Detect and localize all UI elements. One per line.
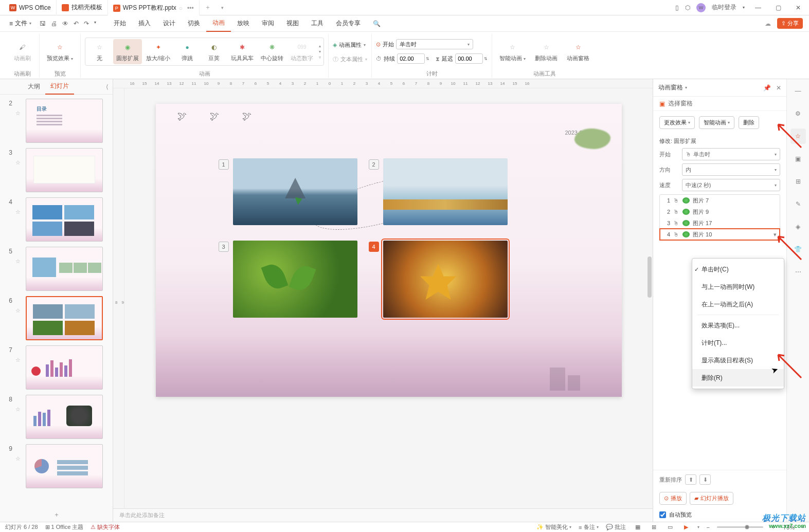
file-menu-button[interactable]: ≡ 文件 ▾ bbox=[6, 19, 34, 28]
tool-star-icon[interactable]: ☆ bbox=[790, 129, 806, 144]
view-normal-icon[interactable]: ▦ bbox=[633, 524, 642, 530]
slide-thumb[interactable]: 8☆ bbox=[3, 395, 110, 439]
save-icon[interactable]: 🖫 bbox=[40, 20, 46, 27]
slide-viewport[interactable]: 🕊 🕊 🕊 2023-9-7 1 2 3 4 bbox=[124, 88, 653, 508]
tool-more-icon[interactable]: ⋯ bbox=[790, 264, 806, 280]
anim-attr-button[interactable]: ◈ 动画属性 ▾ bbox=[333, 39, 367, 51]
notes-placeholder[interactable]: 单击此处添加备注 bbox=[113, 508, 653, 522]
add-slide-button[interactable]: ＋ bbox=[0, 507, 113, 522]
tool-object-icon[interactable]: 👕 bbox=[790, 242, 806, 257]
gallery-down-icon[interactable]: ▾ bbox=[319, 49, 321, 54]
change-effect-button[interactable]: 更改效果▾ bbox=[659, 116, 695, 129]
theme-button[interactable]: ⊞1 Office 主题 bbox=[45, 523, 84, 531]
view-more-icon[interactable]: ▾ bbox=[697, 525, 699, 529]
cm-on-click[interactable]: ✓单击时(C) bbox=[692, 261, 784, 278]
slide-thumb[interactable]: 3☆ bbox=[3, 148, 110, 192]
redo-icon[interactable]: ↷ bbox=[84, 20, 89, 27]
qat-more-icon[interactable]: ▾ bbox=[94, 20, 96, 27]
tool-template-icon[interactable]: ⊞ bbox=[790, 174, 806, 189]
anim-list-item[interactable]: 4🖱图片 10▾ bbox=[660, 229, 780, 240]
slide-thumb[interactable]: 4☆ bbox=[3, 197, 110, 242]
app-tab-template[interactable]: 找稻壳模板 bbox=[57, 0, 108, 15]
delay-input[interactable] bbox=[455, 53, 483, 64]
avatar-icon[interactable]: W bbox=[696, 3, 706, 12]
effect-pinwheel[interactable]: ✱玩具风车 bbox=[228, 39, 257, 64]
tab-design[interactable]: 设计 bbox=[157, 15, 182, 32]
chevron-down-icon[interactable]: ▾ bbox=[743, 5, 745, 10]
select-window-button[interactable]: ▣选择窗格 bbox=[653, 97, 786, 111]
slide-thumb[interactable]: 5☆ bbox=[3, 247, 110, 291]
tab-list-button[interactable]: ▾ bbox=[216, 5, 229, 10]
app-tab-wps[interactable]: W WPS Office bbox=[4, 0, 57, 15]
effect-bean[interactable]: ◐豆荚 bbox=[201, 39, 227, 64]
anim-order-tag[interactable]: 4 bbox=[369, 242, 379, 252]
notes-button[interactable]: ≡备注▾ bbox=[579, 523, 598, 531]
slideshow-button[interactable]: ▰幻灯片播放 bbox=[690, 492, 733, 505]
speed-select[interactable]: 中速(2 秒)▾ bbox=[682, 179, 780, 191]
anim-list-item[interactable]: 1🖱图片 7 bbox=[660, 195, 780, 206]
delete-anim-button[interactable]: ☆删除动画 bbox=[532, 39, 561, 64]
start-select[interactable]: 🖱单击时▾ bbox=[682, 148, 780, 160]
panel-icon[interactable]: ▯ bbox=[675, 4, 679, 11]
tab-search-icon[interactable]: 🔍 bbox=[367, 15, 387, 32]
slide-thumb[interactable]: 9☆ bbox=[3, 444, 110, 488]
tab-outline[interactable]: 大纲 bbox=[23, 79, 45, 95]
gallery-more-icon[interactable]: ▿ bbox=[319, 55, 321, 60]
preview-icon[interactable]: 👁 bbox=[62, 20, 68, 27]
effect-bounce[interactable]: ●弹跳 bbox=[174, 39, 200, 64]
tool-wand-icon[interactable]: ✎ bbox=[790, 196, 806, 212]
anim-order-tag[interactable]: 3 bbox=[219, 242, 229, 252]
slide-image-3[interactable] bbox=[233, 241, 357, 318]
maximize-button[interactable]: ▢ bbox=[771, 4, 785, 11]
tab-tools[interactable]: 工具 bbox=[305, 15, 330, 32]
start-trigger-select[interactable]: 单击时▾ bbox=[396, 39, 473, 49]
view-sorter-icon[interactable]: ⊞ bbox=[650, 524, 658, 530]
effect-zoom[interactable]: ✦放大/缩小 bbox=[143, 39, 173, 64]
anim-list-item[interactable]: 2🖱图片 9 bbox=[660, 206, 780, 217]
duration-stepper[interactable]: ⇅ bbox=[426, 57, 429, 61]
delay-stepper[interactable]: ⇅ bbox=[484, 57, 488, 61]
tab-view[interactable]: 视图 bbox=[280, 15, 305, 32]
tab-close-icon[interactable]: ••• bbox=[187, 5, 194, 12]
zoom-slider[interactable] bbox=[717, 526, 763, 528]
effect-none[interactable]: ☆无 bbox=[86, 39, 112, 64]
gallery-up-icon[interactable]: ▴ bbox=[319, 44, 321, 48]
slide-thumb[interactable]: 6☆ bbox=[3, 296, 110, 340]
anim-order-tag[interactable]: 1 bbox=[219, 159, 229, 170]
tool-layers-icon[interactable]: ▣ bbox=[790, 151, 806, 167]
smart-anim-button[interactable]: 智能动画▾ bbox=[699, 116, 734, 129]
minimize-button[interactable]: — bbox=[751, 4, 765, 11]
slide-image-1[interactable] bbox=[233, 158, 357, 225]
cm-timing[interactable]: 计时(T)... bbox=[692, 334, 784, 352]
tool-settings-icon[interactable]: ⚙ bbox=[790, 106, 806, 121]
app-tab-doc[interactable]: P WPS PPT教程.pptx ○ ••• bbox=[108, 0, 200, 15]
tab-animation[interactable]: 动画 bbox=[206, 15, 231, 32]
tab-insert[interactable]: 插入 bbox=[132, 15, 157, 32]
tab-review[interactable]: 审阅 bbox=[256, 15, 280, 32]
tab-slides[interactable]: 幻灯片 bbox=[45, 79, 74, 95]
slide-image-4[interactable] bbox=[383, 241, 508, 318]
slide-canvas[interactable]: 🕊 🕊 🕊 2023-9-7 1 2 3 4 bbox=[156, 104, 622, 397]
duration-input[interactable] bbox=[397, 53, 425, 64]
direction-select[interactable]: 内▾ bbox=[682, 163, 780, 176]
thumbnail-list[interactable]: 2☆目录 3☆ 4☆ 5☆ 6☆ 7☆ 8☆ 9☆ bbox=[0, 95, 113, 507]
missing-font-button[interactable]: ⚠缺失字体 bbox=[91, 523, 120, 531]
delete-button[interactable]: 删除 bbox=[739, 116, 759, 129]
cloud-icon[interactable]: ☁ bbox=[765, 20, 771, 27]
comments-button[interactable]: 💬批注 bbox=[606, 523, 626, 531]
slide-thumb[interactable]: 2☆目录 bbox=[3, 99, 110, 143]
effect-circle[interactable]: ◉圆形扩展 bbox=[113, 39, 142, 64]
cm-after-prev[interactable]: 在上一动画之后(A) bbox=[692, 296, 784, 313]
close-pane-icon[interactable]: ✕ bbox=[776, 84, 781, 91]
print-icon[interactable]: 🖨 bbox=[51, 20, 57, 27]
smart-anim-button[interactable]: ☆智能动画 ▾ bbox=[496, 39, 529, 64]
close-button[interactable]: ✕ bbox=[792, 4, 805, 11]
vertical-scrollbar[interactable] bbox=[648, 256, 652, 298]
tab-start[interactable]: 开始 bbox=[107, 15, 132, 32]
view-reading-icon[interactable]: ▭ bbox=[666, 524, 675, 530]
item-dropdown-icon[interactable]: ▾ bbox=[774, 231, 777, 238]
collapse-right-icon[interactable]: — bbox=[790, 83, 806, 99]
view-slideshow-icon[interactable]: ▶ bbox=[682, 524, 690, 530]
collapse-left-icon[interactable]: ⟨ bbox=[106, 83, 109, 90]
slide-thumb[interactable]: 7☆ bbox=[3, 345, 110, 390]
